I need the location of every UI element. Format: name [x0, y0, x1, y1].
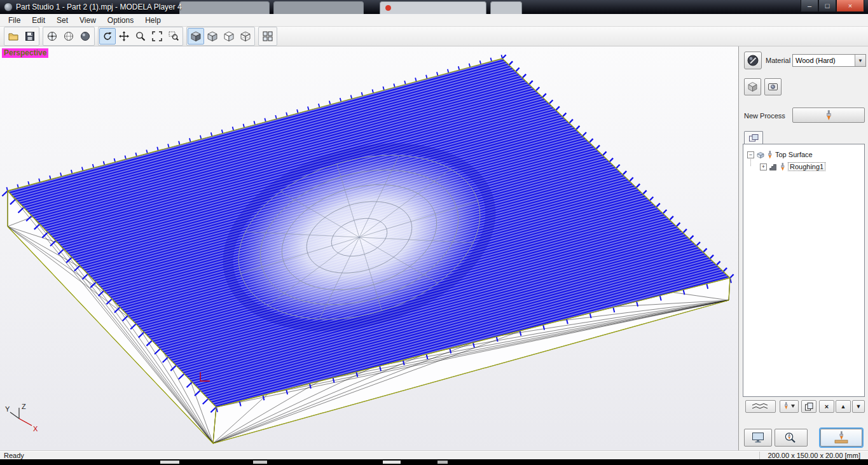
- save-button[interactable]: [22, 28, 38, 45]
- taskbar-item[interactable]: [383, 461, 401, 464]
- display-light-button[interactable]: [204, 28, 221, 45]
- background-browser-tab[interactable]: [490, 1, 522, 14]
- process-tree: − Top Surface + Roughing1: [743, 144, 865, 397]
- rotate-icon: [102, 31, 113, 42]
- tool-setup-button[interactable]: [780, 400, 799, 413]
- copy-icon: [804, 402, 813, 411]
- rotate-view-button[interactable]: [99, 28, 116, 45]
- copy-process-button[interactable]: [801, 400, 816, 413]
- view-globe-button[interactable]: [60, 28, 77, 45]
- tree-item-roughing1[interactable]: + Roughing1: [760, 162, 825, 172]
- taskbar-item[interactable]: [160, 461, 179, 464]
- maximize-button[interactable]: □: [818, 0, 836, 12]
- menu-view[interactable]: View: [74, 15, 102, 25]
- shaded-cube-icon: [190, 31, 202, 42]
- collapse-toggle-icon[interactable]: −: [747, 151, 754, 158]
- menu-edit[interactable]: Edit: [26, 15, 51, 25]
- roughing-steps-icon: [769, 163, 777, 171]
- monitor-icon: [752, 432, 764, 443]
- open-file-icon: [8, 31, 19, 42]
- dropdown-arrow-icon[interactable]: ▼: [855, 55, 865, 66]
- machine-preview-button[interactable]: [764, 78, 782, 95]
- save-icon: [24, 31, 36, 42]
- shaded-sphere-icon: [79, 31, 91, 42]
- origin-axes-gizmo: Y Z X: [4, 401, 45, 433]
- delete-process-button[interactable]: ×: [819, 400, 834, 413]
- zoom-region-icon: [168, 31, 179, 42]
- material-value: Wood (Hard): [793, 55, 855, 66]
- model-dimensions: 200.00 x 150.00 x 20.00 [mm]: [759, 452, 864, 459]
- preview-button[interactable]: [744, 429, 772, 447]
- cutter-icon: [779, 163, 786, 171]
- material-ball-icon: [747, 54, 759, 67]
- expand-toggle-icon[interactable]: +: [760, 163, 767, 170]
- view-globe-icon: [63, 31, 74, 42]
- move-down-button[interactable]: ▼: [852, 400, 865, 413]
- toolpath-zigzag-icon: [751, 403, 770, 410]
- process-list-icon: [748, 134, 759, 142]
- view-mode-label: Perspective: [2, 48, 48, 58]
- titlebar[interactable]: Part Studio 1 - Part 2 (1).mpj - MODELA …: [0, 0, 868, 14]
- 3d-scene: [0, 46, 738, 450]
- menu-bar: File Edit Set View Options Help: [0, 14, 868, 27]
- magnifier-cutter-icon: [784, 432, 798, 443]
- minimize-button[interactable]: –: [801, 0, 818, 12]
- view-center-icon: [46, 31, 58, 42]
- tree-label-top-surface: Top Surface: [775, 151, 813, 158]
- tree-item-top-surface[interactable]: − Top Surface: [747, 149, 813, 160]
- menu-file[interactable]: File: [3, 15, 26, 25]
- fit-icon: [151, 31, 163, 42]
- zoom-region-button[interactable]: [165, 28, 182, 45]
- surface-icon: [756, 151, 764, 159]
- background-browser-tab[interactable]: [273, 1, 364, 14]
- material-button[interactable]: [744, 52, 762, 69]
- taskbar-item[interactable]: [437, 461, 448, 464]
- display-hidden-line-button[interactable]: [221, 28, 237, 45]
- cutter-down-icon: [783, 402, 796, 411]
- hidden-line-cube-icon: [223, 31, 235, 42]
- view-center-button[interactable]: [44, 28, 60, 45]
- model-settings-button[interactable]: [744, 78, 761, 95]
- display-shaded-button[interactable]: [188, 28, 204, 45]
- machine-icon: [767, 81, 779, 93]
- fit-to-window-button[interactable]: [149, 28, 165, 45]
- axis-z-label: Z: [22, 403, 26, 410]
- new-process-label: New Process: [744, 112, 785, 120]
- preview-cutting-button[interactable]: [775, 429, 808, 447]
- pan-icon: [118, 31, 130, 42]
- display-wireframe-button[interactable]: [237, 28, 254, 45]
- cutter-icon: [766, 151, 773, 159]
- new-process-button[interactable]: [792, 108, 865, 123]
- taskbar-item[interactable]: [253, 461, 267, 464]
- four-pane-layout-button[interactable]: [259, 28, 276, 45]
- start-cutting-button[interactable]: [820, 429, 862, 447]
- model-cube-icon: [747, 81, 759, 93]
- close-button[interactable]: ×: [836, 0, 864, 12]
- toolpath-button[interactable]: [745, 400, 776, 413]
- process-list-tab[interactable]: [744, 131, 763, 144]
- axis-y-label: Y: [5, 405, 10, 413]
- four-pane-icon: [262, 31, 273, 42]
- viewport-3d[interactable]: Perspective Y Z X: [0, 46, 738, 450]
- toolbar: [0, 27, 868, 46]
- light-cube-icon: [207, 31, 218, 42]
- window-title: Part Studio 1 - Part 2 (1).mpj - MODELA …: [16, 3, 182, 11]
- status-text: Ready: [4, 452, 24, 459]
- cutting-icon: [834, 431, 849, 444]
- menu-options[interactable]: Options: [102, 15, 139, 25]
- right-panel: Material Wood (Hard) ▼ New Process − Top…: [738, 46, 868, 450]
- zoom-button[interactable]: [132, 28, 149, 45]
- statusbar: Ready 200.00 x 150.00 x 20.00 [mm]: [0, 450, 868, 459]
- background-browser-tab[interactable]: [179, 1, 270, 14]
- magnifier-icon: [135, 31, 146, 42]
- view-shaded-sphere-button[interactable]: [77, 28, 93, 45]
- background-browser-tab[interactable]: [380, 1, 486, 14]
- new-process-cutter-icon: [824, 110, 833, 121]
- pan-view-button[interactable]: [116, 28, 132, 45]
- move-up-button[interactable]: ▲: [836, 400, 851, 413]
- open-file-button[interactable]: [5, 28, 22, 45]
- material-label: Material: [766, 57, 790, 64]
- menu-set[interactable]: Set: [51, 15, 74, 25]
- menu-help[interactable]: Help: [139, 15, 167, 25]
- material-select[interactable]: Wood (Hard) ▼: [792, 54, 866, 67]
